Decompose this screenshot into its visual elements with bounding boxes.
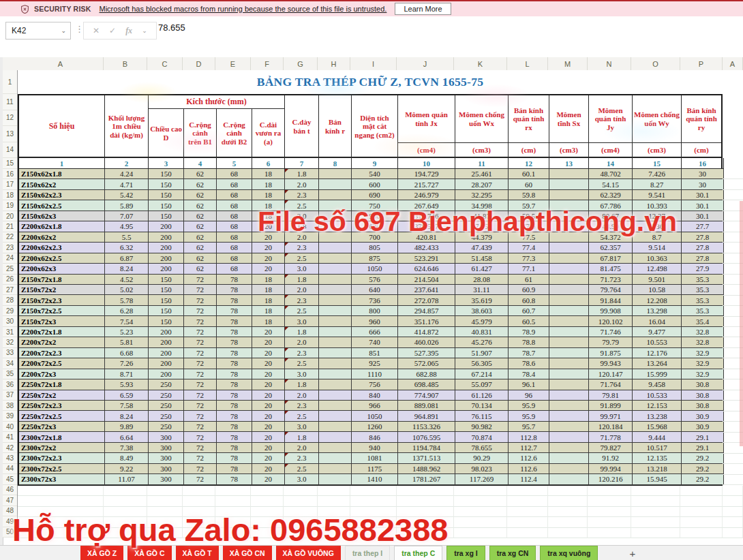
cell[interactable]: 150 [149,306,184,316]
cell[interactable]: 18 [252,211,285,221]
header-rx[interactable]: Bán kính quán tính rx [509,95,549,143]
cell[interactable]: 318.746 [398,211,455,221]
row-header-42[interactable]: 42 [3,443,17,453]
security-risk-message[interactable]: Microsoft has blocked macros from runnin… [100,5,387,13]
cell[interactable]: 851 [352,348,398,358]
empty-cell[interactable] [454,528,507,539]
cell[interactable]: 38.603 [455,306,509,316]
cell-so-hieu[interactable]: Z250x72x2.5 [19,411,105,421]
cell[interactable]: 72 [184,369,217,379]
cell[interactable] [549,432,589,442]
empty-cell[interactable] [215,528,251,539]
cell[interactable]: 20 [252,369,285,379]
enter-icon[interactable]: ✓ [109,26,116,35]
cell[interactable]: 78 [217,379,252,390]
cell[interactable]: 18 [252,169,285,179]
cell[interactable]: 150 [149,190,184,200]
row-header-24[interactable]: 24 [3,253,17,264]
cell[interactable]: 45.979 [455,316,509,326]
cell[interactable]: 13.264 [633,358,682,369]
row-header-31[interactable]: 31 [3,327,17,337]
header-dien-tich[interactable]: Diện tích mặt cắt ngang (cm2) [352,95,398,158]
cell[interactable]: 4.71 [105,179,149,189]
cell[interactable]: 840 [352,390,398,401]
column-header-B[interactable]: B [104,57,147,70]
cell[interactable]: 640 [352,285,398,295]
column-header-L[interactable]: L [507,57,548,70]
column-index-15[interactable]: 15 [633,158,682,169]
cell[interactable]: 15.968 [633,422,682,432]
sheet-tab-tra-xg-i[interactable]: tra xg I [446,546,485,560]
row-header-49[interactable]: 49 [3,516,17,527]
column-header-I[interactable]: I [350,57,397,70]
row-header-43[interactable]: 43 [3,453,17,463]
header-day-ban[interactable]: C.dày bản t [285,95,319,158]
cell[interactable]: 1194.784 [398,443,455,453]
cell[interactable]: 18 [252,275,285,285]
cell[interactable]: 10.533 [633,390,682,401]
cell[interactable]: 12.498 [633,264,682,274]
cell[interactable]: 1081 [352,453,398,463]
cell[interactable]: 9.514 [633,243,682,253]
cell[interactable]: 40.831 [455,327,509,337]
cell[interactable] [549,243,589,253]
cell[interactable]: 48.702 [589,169,633,179]
cell[interactable]: 120.102 [589,316,633,326]
cell[interactable] [319,464,352,474]
cell[interactable]: 60.5 [509,316,549,326]
cell[interactable]: 13.218 [633,464,682,474]
cell[interactable]: 2.3 [285,190,319,200]
header-jx-unit[interactable]: (cm4) [398,143,455,158]
cell[interactable]: 29.1 [682,443,724,453]
cell[interactable]: 20 [252,411,285,421]
cell[interactable]: 2.5 [285,411,319,421]
cell[interactable]: 900 [352,211,398,221]
cell[interactable]: 1110 [352,369,398,379]
column-header-E[interactable]: E [215,57,251,70]
empty-cell[interactable] [251,486,284,497]
cell[interactable]: 3.0 [285,369,319,379]
empty-cell[interactable] [397,528,454,539]
insert-function-icon[interactable]: fx [125,26,132,36]
empty-cell[interactable] [284,507,318,518]
empty-cell[interactable] [548,496,588,507]
cell[interactable]: 72 [184,295,217,305]
cell[interactable]: 2.3 [285,453,319,463]
row-header-1[interactable]: 1 [3,70,17,94]
column-index-13[interactable]: 13 [549,158,589,169]
sheet-tab-tra-thep-i[interactable]: tra thep I [345,546,390,560]
cell[interactable]: 27.8 [682,232,724,243]
formula-input[interactable]: 78.655 [158,22,185,33]
cell[interactable]: 9.477 [633,327,682,337]
cell[interactable]: 59.8 [509,190,549,200]
column-index-12[interactable]: 12 [509,158,549,169]
cell[interactable] [549,285,589,295]
cell-so-hieu[interactable]: Z200x72x3 [19,369,105,379]
cell[interactable] [319,200,352,211]
column-header-H[interactable]: H [318,57,350,70]
column-header-A[interactable]: A [18,57,104,70]
column-header-C[interactable]: C [147,57,183,70]
empty-cell[interactable] [548,507,588,518]
column-header-J[interactable]: J [397,57,454,70]
cell-so-hieu[interactable]: Z200x62x1.8 [19,221,105,232]
sheet-tab-tra-thep-c[interactable]: tra thep C [394,546,442,560]
cell[interactable]: 79.764 [589,285,633,295]
cell[interactable]: 76.115 [455,411,509,421]
row-header-25[interactable]: 25 [3,264,17,274]
cell-so-hieu[interactable]: Z200x62x2.3 [19,243,105,253]
row-header-17[interactable]: 17 [3,179,17,189]
header-rong-tren[interactable]: C.rộng cánh trên B1 [184,109,217,158]
cell[interactable]: 200 [149,348,184,358]
cell[interactable]: 67.817 [589,253,633,264]
cell[interactable]: 8.24 [105,264,149,274]
cell[interactable]: 99.943 [589,358,633,369]
cell[interactable]: 72 [184,379,217,390]
cell[interactable]: 805 [352,243,398,253]
cell[interactable]: 32.8 [682,327,724,337]
name-box[interactable]: K42 ⌄ [5,22,71,40]
cell[interactable]: 10.393 [633,200,682,211]
row-header-46[interactable]: 46 [3,485,17,496]
row-header-13[interactable]: 13 [3,126,17,142]
add-sheet-button[interactable]: + [629,546,635,560]
